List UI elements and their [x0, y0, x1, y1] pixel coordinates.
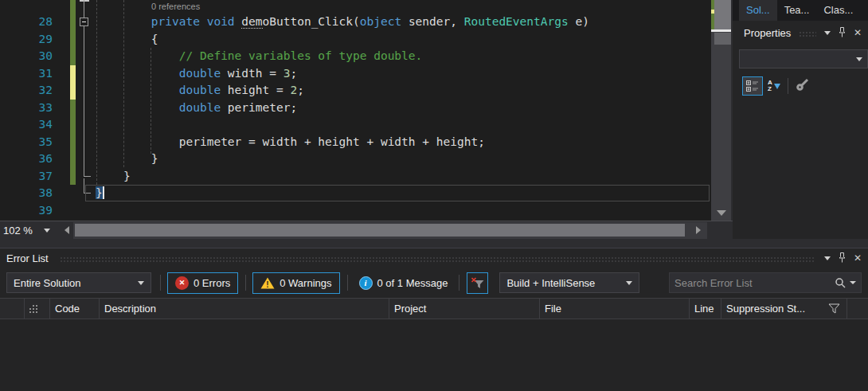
- chevron-down-icon: [138, 281, 144, 285]
- chevron-down-icon: [626, 281, 632, 285]
- toolbar-separator: [245, 275, 246, 291]
- horizontal-scrollbar-thumb[interactable]: [75, 224, 685, 237]
- code-line-31[interactable]: 31double width = 3;: [0, 65, 711, 83]
- change-bar: [70, 65, 76, 83]
- warning-icon: !: [260, 277, 275, 289]
- line-number[interactable]: 38: [0, 185, 53, 202]
- vertical-scrollbar-thumb[interactable]: [714, 33, 731, 45]
- line-number[interactable]: 35: [0, 134, 53, 151]
- funnel-icon[interactable]: [828, 303, 840, 314]
- warnings-toggle-button[interactable]: ! 0 Warnings: [252, 272, 339, 294]
- sort-alphabetical-icon: AZ: [768, 80, 772, 92]
- chevron-down-icon[interactable]: [850, 281, 856, 284]
- line-number[interactable]: 32: [0, 82, 53, 100]
- close-icon[interactable]: ✕: [854, 28, 862, 37]
- change-bar: [70, 116, 76, 134]
- outline-margin: [76, 48, 96, 65]
- wrench-icon: [796, 78, 810, 91]
- header-blank-cell: [0, 299, 24, 319]
- code-line-32[interactable]: 32double height = 2;: [0, 82, 711, 100]
- column-header-line[interactable]: Line: [689, 299, 721, 319]
- code-lens-references[interactable]: 0 references: [151, 2, 200, 11]
- outline-margin: [76, 82, 96, 100]
- line-number[interactable]: 37: [0, 168, 53, 186]
- close-icon[interactable]: ✕: [854, 253, 862, 263]
- zoom-level-value: 102 %: [3, 225, 33, 237]
- outline-margin: [76, 185, 96, 202]
- column-header-file[interactable]: File: [539, 299, 689, 319]
- line-number-gutter: [0, 0, 53, 14]
- scrollbar-caret-marker: [711, 29, 731, 32]
- messages-toggle-button[interactable]: i 0 of 1 Message: [355, 272, 452, 294]
- outline-margin: [76, 151, 96, 168]
- clear-filters-button[interactable]: [467, 272, 488, 294]
- code-line-38[interactable]: 38}: [0, 185, 711, 202]
- error-list-content[interactable]: [0, 319, 868, 391]
- error-list-title: Error List: [6, 252, 49, 264]
- source-filter-dropdown[interactable]: Build + IntelliSense: [499, 272, 639, 293]
- scope-filter-dropdown[interactable]: Entire Solution: [6, 272, 151, 293]
- line-number[interactable]: 33: [0, 100, 53, 117]
- chevron-down-icon: [856, 57, 862, 61]
- code-line-35[interactable]: 35perimeter = width + height + width + h…: [0, 134, 711, 151]
- properties-title-bar[interactable]: Properties ✕: [733, 21, 868, 45]
- column-header-project[interactable]: Project: [389, 299, 539, 319]
- code-line-36[interactable]: 36}: [0, 151, 711, 168]
- outline-margin: [76, 116, 96, 134]
- change-bar: [70, 82, 76, 100]
- tool-window-tabs: Sol... Tea... Clas...: [733, 0, 868, 21]
- editor-horizontal-scrollbar[interactable]: [73, 222, 707, 239]
- error-list-title-bar[interactable]: Error List ✕: [0, 248, 868, 268]
- toolbar-separator: [459, 275, 459, 291]
- code-line-30[interactable]: 30// Define variables of type double.: [0, 48, 711, 65]
- editor-zoom-select[interactable]: 102 %: [0, 221, 59, 239]
- column-header-suppression-state[interactable]: Suppression St...: [721, 299, 846, 319]
- tab-class-view[interactable]: Clas...: [816, 0, 860, 21]
- scroll-right-arrow-icon[interactable]: [696, 226, 701, 234]
- line-number[interactable]: 30: [0, 48, 53, 65]
- code-line-33[interactable]: 33double perimeter;: [0, 100, 711, 117]
- line-number[interactable]: 28: [0, 14, 53, 31]
- categorized-view-button[interactable]: [742, 76, 763, 96]
- errors-toggle-button[interactable]: ✕ 0 Errors: [167, 272, 238, 294]
- vertical-scrollbar-thumb[interactable]: [714, 0, 731, 29]
- arrow-down-icon: [774, 84, 780, 89]
- editor-vertical-scrollbar[interactable]: [711, 0, 731, 221]
- code-area[interactable]: 0 references 28private void demoButton_C…: [0, 0, 711, 221]
- pin-icon[interactable]: [838, 252, 846, 264]
- search-icon[interactable]: [835, 277, 846, 288]
- line-number[interactable]: 29: [0, 31, 53, 49]
- column-header-code[interactable]: Code: [49, 299, 99, 319]
- header-blank-cell: [846, 299, 868, 319]
- line-number[interactable]: 34: [0, 116, 53, 134]
- code-line-37[interactable]: 37}: [0, 168, 711, 186]
- chevron-down-icon[interactable]: [824, 31, 831, 35]
- error-list-toolbar: Entire Solution ✕ 0 Errors ! 0 Warnings …: [0, 268, 868, 298]
- code-line-34[interactable]: 34: [0, 116, 711, 134]
- change-bar: [70, 0, 76, 14]
- code-line-39[interactable]: 39: [0, 202, 711, 220]
- chevron-down-icon[interactable]: [824, 256, 831, 260]
- line-number[interactable]: 39: [0, 202, 53, 220]
- code-line-28[interactable]: 28private void demoButton_Click(object s…: [0, 14, 711, 31]
- column-header-description[interactable]: Description: [99, 299, 389, 319]
- line-number[interactable]: 31: [0, 65, 53, 83]
- change-bar: [70, 168, 76, 186]
- tab-team-explorer[interactable]: Tea...: [777, 0, 817, 21]
- alphabetical-sort-button[interactable]: AZ: [768, 80, 780, 92]
- scroll-left-arrow-icon[interactable]: [65, 226, 69, 234]
- warnings-count-label: 0 Warnings: [280, 277, 331, 289]
- properties-object-dropdown[interactable]: [739, 49, 868, 68]
- search-input[interactable]: [674, 277, 835, 289]
- pin-icon[interactable]: [838, 27, 846, 39]
- svg-text:!: !: [267, 280, 269, 289]
- scroll-down-arrow-icon[interactable]: [717, 210, 726, 216]
- column-header-severity[interactable]: [24, 299, 49, 319]
- property-pages-button[interactable]: [796, 78, 810, 94]
- tab-solution-explorer[interactable]: Sol...: [739, 0, 777, 21]
- change-bar: [70, 151, 76, 168]
- code-line-29[interactable]: 29{: [0, 31, 711, 49]
- line-number[interactable]: 36: [0, 151, 53, 168]
- source-filter-value: Build + IntelliSense: [506, 277, 595, 289]
- code-lens-row[interactable]: 0 references: [0, 0, 711, 14]
